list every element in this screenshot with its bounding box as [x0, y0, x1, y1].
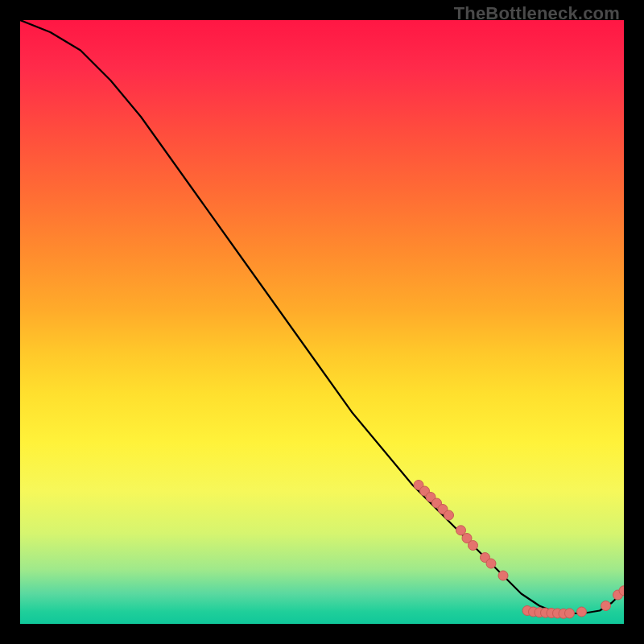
data-marker	[486, 559, 496, 568]
chart-frame: TheBottleneck.com	[0, 0, 644, 644]
data-marker	[469, 541, 478, 551]
chart-svg	[20, 20, 624, 624]
chart-plot-area	[20, 20, 624, 624]
data-markers	[414, 481, 624, 619]
data-marker	[565, 609, 575, 618]
data-marker	[444, 510, 454, 520]
bottleneck-curve	[20, 20, 624, 613]
data-marker	[601, 601, 611, 611]
data-marker	[498, 571, 508, 580]
data-marker	[577, 607, 587, 617]
